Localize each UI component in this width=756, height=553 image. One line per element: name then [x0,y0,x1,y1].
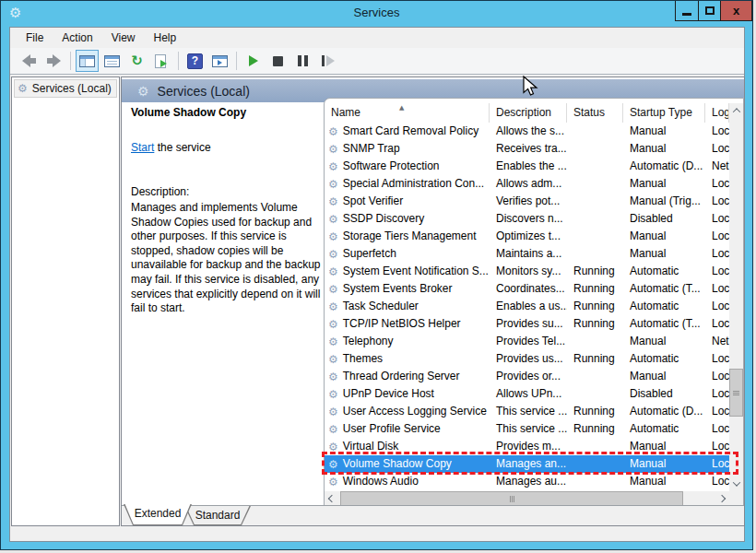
menu-action[interactable]: Action [53,28,101,48]
restart-service-button[interactable] [316,50,339,72]
menu-help[interactable]: Help [145,28,186,48]
column-header-status[interactable]: Status [567,103,623,123]
scroll-up-button[interactable] [729,103,743,118]
horizontal-scrollbar[interactable] [325,491,729,506]
service-row[interactable]: ⚙SuperfetchMaintains a...ManualLoc... [325,245,729,263]
column-header-startup-type[interactable]: Startup Type [623,103,705,123]
console-tree-panel: ⚙ Services (Local) [11,76,120,526]
service-description: Optimizes t... [490,228,567,245]
service-status: Running [567,403,623,420]
refresh-button[interactable]: ↻ [125,50,148,72]
vertical-scrollbar[interactable] [729,103,743,491]
maximize-button[interactable] [698,1,720,20]
start-service-button[interactable] [242,50,265,72]
service-gear-icon: ⚙ [328,459,338,470]
service-startup-type: Automatic [623,350,705,368]
menu-view[interactable]: View [102,28,145,48]
scrollbar-corner [729,491,743,506]
service-name: Smart Card Removal Policy [343,123,478,140]
minimize-button[interactable] [676,1,698,20]
service-gear-icon: ⚙ [328,477,338,488]
tab-standard[interactable]: Standard [184,506,251,525]
service-row[interactable]: ⚙ThemesProvides us...RunningAutomaticLoc… [325,350,729,368]
service-row[interactable]: ⚙System Event Notification S...Monitors … [325,263,729,280]
horizontal-scrollbar-thumb[interactable] [340,491,683,506]
service-row[interactable]: ⚙Task SchedulerEnables a us...RunningAut… [325,298,729,315]
service-startup-type: Automatic (T... [623,315,705,333]
service-row[interactable]: ⚙User Profile ServiceThis service ...Run… [325,420,729,438]
scroll-down-button[interactable] [729,477,743,491]
forward-button[interactable] [42,50,65,72]
service-gear-icon: ⚙ [328,266,338,277]
service-status [567,175,623,193]
pause-service-button[interactable] [291,50,314,72]
tab-extended[interactable]: Extended [124,504,192,525]
service-row[interactable]: ⚙Volume Shadow CopyManages an...ManualLo… [325,455,729,473]
service-description: Manages an... [490,455,567,473]
help-button[interactable]: ? [183,50,207,72]
service-name: Special Administration Con... [343,175,484,193]
tree-item-services-local[interactable]: ⚙ Services (Local) [14,79,117,98]
service-description: Maintains a... [490,245,567,263]
service-startup-type: Automatic [623,263,705,280]
menu-file[interactable]: File [17,28,53,48]
service-status [567,455,623,473]
service-row[interactable]: ⚙Thread Ordering ServerProvides or...Man… [325,368,729,385]
service-row[interactable]: ⚙User Access Logging ServiceThis service… [325,403,729,420]
service-status [567,385,623,403]
stop-service-button[interactable] [266,50,289,72]
service-description: Provides or... [490,368,567,385]
service-gear-icon: ⚙ [328,319,338,330]
service-row[interactable]: ⚙Spot VerifierVerifies pot...Manual (Tri… [325,193,729,210]
column-header-description[interactable]: Description [490,103,567,123]
service-name: Volume Shadow Copy [343,455,452,473]
service-gear-icon: ⚙ [328,406,338,418]
service-description: Provides Tel... [490,333,567,350]
service-row[interactable]: ⚙Special Administration Con...Allows adm… [325,175,729,193]
service-gear-icon: ⚙ [328,214,338,225]
service-name: TCP/IP NetBIOS Helper [343,315,461,333]
service-startup-type: Manual [623,368,705,385]
service-status [567,228,623,245]
service-description: Coordinates... [490,280,567,298]
service-row[interactable]: ⚙System Events BrokerCoordinates...Runni… [325,280,729,298]
service-gear-icon: ⚙ [328,179,338,190]
console-tree-toggle-button[interactable] [76,50,99,72]
vertical-scrollbar-thumb[interactable] [729,369,743,417]
service-row[interactable]: ⚙Software ProtectionEnables the ...Autom… [325,158,729,175]
service-gear-icon: ⚙ [328,196,338,207]
column-header-log-on-as[interactable]: Log On As [705,103,729,123]
close-button[interactable]: x [720,1,751,20]
service-row[interactable]: ⚙SNMP TrapReceives tra...ManualLoc... [325,140,729,158]
service-row[interactable]: ⚙Smart Card Removal PolicyAllows the s..… [325,123,729,140]
back-button[interactable] [18,50,41,72]
properties-button[interactable] [100,50,124,72]
refresh-icon: ↻ [131,54,143,68]
start-service-link[interactable]: Start [131,141,154,154]
service-logon-as: Loc... [705,263,729,280]
service-gear-icon: ⚙ [328,389,338,400]
services-window: ⚙ Services x File Action View Help ↻ ? [0,0,753,550]
chevron-right-icon [718,495,726,502]
service-name: Spot Verifier [343,193,403,210]
service-row[interactable]: ⚙TCP/IP NetBIOS HelperProvides su...Runn… [325,315,729,333]
export-list-button[interactable] [150,50,173,72]
service-row[interactable]: ⚙Windows AudioManages au...ManualLoc... [325,473,729,490]
service-row[interactable]: ⚙UPnP Device HostAllows UPn...DisabledLo… [325,385,729,403]
service-logon-as: Loc... [705,280,729,298]
service-startup-type: Disabled [623,385,705,403]
column-header-name[interactable]: Name [325,103,490,123]
service-row[interactable]: ⚙SSDP DiscoveryDiscovers n...DisabledLoc… [325,210,729,228]
service-gear-icon: ⚙ [328,354,338,365]
scroll-left-button[interactable] [325,491,339,506]
service-row[interactable]: ⚙Virtual DiskProvides m...ManualLoc... [325,438,729,455]
service-row[interactable]: ⚙Storage Tiers ManagementOptimizes t...M… [325,228,729,245]
service-status [567,193,623,210]
scroll-right-button[interactable] [715,491,729,506]
chevron-down-icon [732,478,739,486]
action-pane-toggle-button[interactable] [208,50,231,72]
service-row[interactable]: ⚙TelephonyProvides Tel...ManualNet... [325,333,729,350]
service-name: Windows Audio [343,473,419,490]
service-status [567,245,623,263]
pane-header-title: Services (Local) [158,84,250,99]
